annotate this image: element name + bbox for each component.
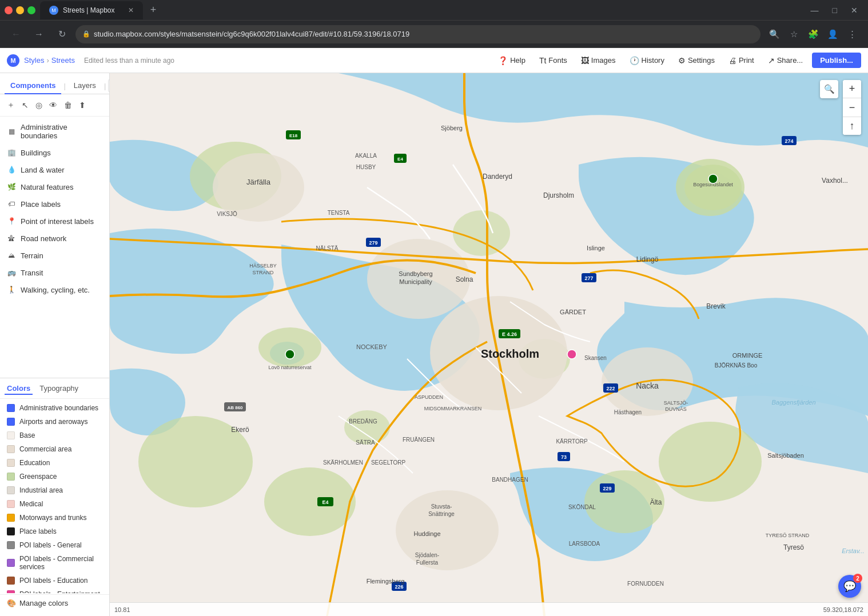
tab-components[interactable]: Components: [5, 78, 61, 94]
svg-text:HÄSSELBY: HÄSSELBY: [249, 263, 277, 269]
close-btn[interactable]: [5, 6, 13, 14]
win-close-btn[interactable]: ✕: [845, 3, 863, 17]
images-button[interactable]: 🖼 Images: [576, 54, 620, 67]
minimize-btn[interactable]: [16, 6, 24, 14]
color-item-commercial-area[interactable]: Commercial area: [0, 442, 109, 456]
color-swatch: [7, 445, 15, 453]
bookmark-btn[interactable]: ☆: [785, 25, 803, 43]
history-button[interactable]: 🕐 History: [625, 54, 669, 67]
color-swatch: [7, 473, 15, 481]
color-item-greenspace[interactable]: Greenspace: [0, 470, 109, 483]
typography-tab[interactable]: Typography: [37, 383, 81, 395]
zoom-in-button[interactable]: +: [843, 80, 861, 98]
color-item-medical[interactable]: Medical: [0, 497, 109, 511]
filter-tool[interactable]: ◎: [33, 98, 45, 112]
search-btn[interactable]: 🔍: [765, 25, 783, 43]
sidebar-item-land---water[interactable]: 💧Land & water: [0, 161, 109, 178]
sidebar-item-terrain[interactable]: ⛰Terrain: [0, 247, 109, 264]
eye-tool[interactable]: 👁: [47, 98, 59, 112]
forward-button[interactable]: →: [30, 25, 48, 43]
images-icon: 🖼: [581, 56, 589, 65]
item-icon: 🏢: [7, 148, 16, 157]
win-minimize-btn[interactable]: —: [805, 3, 825, 17]
map-search-button[interactable]: 🔍: [820, 80, 838, 98]
maximize-btn[interactable]: [27, 6, 35, 14]
sidebar-item-point-of-interest-labels[interactable]: 📍Point of interest labels: [0, 213, 109, 230]
sidebar-toolbar: ＋ ↖ ◎ 👁 🗑 ⬆: [0, 94, 109, 117]
sidebar-item-natural-features[interactable]: 🌿Natural features: [0, 178, 109, 195]
tab-close-icon[interactable]: ✕: [128, 6, 134, 14]
url-text: studio.mapbox.com/styles/matsenstein/clg…: [94, 30, 409, 38]
url-bar[interactable]: 🔒 studio.mapbox.com/styles/matsenstein/c…: [75, 25, 761, 43]
breadcrumb-streets[interactable]: Streets: [51, 56, 75, 65]
profile-btn[interactable]: 👤: [823, 25, 842, 43]
delete-tool[interactable]: 🗑: [62, 98, 74, 112]
svg-text:VIKSJÖ: VIKSJÖ: [217, 211, 237, 217]
svg-text:Sjöberg: Sjöberg: [441, 125, 463, 131]
breadcrumb-styles[interactable]: Styles: [24, 56, 44, 65]
svg-text:Danderyd: Danderyd: [483, 173, 512, 181]
status-bar: 10.81 59.320,18.072: [110, 602, 868, 616]
color-item-industrial-area[interactable]: Industrial area: [0, 483, 109, 497]
tab-favicon: M: [49, 6, 58, 15]
svg-text:E4: E4: [322, 499, 328, 505]
publish-button[interactable]: Publish...: [812, 53, 861, 68]
svg-text:E 4.26: E 4.26: [502, 331, 517, 337]
tab-layers[interactable]: Layers: [68, 78, 102, 94]
sidebar-item-place-labels[interactable]: 🏷Place labels: [0, 195, 109, 213]
sidebar-item-transit[interactable]: 🚌Transit: [0, 264, 109, 281]
color-item-place-labels[interactable]: Place labels: [0, 525, 109, 538]
menu-btn[interactable]: ⋮: [843, 25, 861, 43]
color-item-poi-labels---general[interactable]: POI labels - General: [0, 538, 109, 552]
upload-tool[interactable]: ⬆: [77, 98, 88, 112]
color-swatch: [7, 577, 15, 585]
win-maximize-btn[interactable]: □: [827, 3, 843, 17]
color-item-poi-labels---entertainment[interactable]: POI labels - Entertainment: [0, 587, 109, 593]
color-item-motorways-and-trunks[interactable]: Motorways and trunks: [0, 511, 109, 525]
svg-text:SALTSJÖ-: SALTSJÖ-: [664, 400, 688, 406]
back-button[interactable]: ←: [7, 25, 25, 43]
sidebar-item-buildings[interactable]: 🏢Buildings: [0, 144, 109, 161]
map-area[interactable]: E4 E 4.26 277 279 222 73 229 AB 860 226: [110, 73, 868, 616]
svg-text:Älta: Älta: [650, 498, 662, 506]
sidebar-item-walking--cycling--etc-[interactable]: 🚶Walking, cycling, etc.: [0, 281, 109, 298]
add-component-button[interactable]: ＋: [5, 98, 17, 113]
new-tab-button[interactable]: +: [145, 2, 161, 18]
color-item-poi-labels---education[interactable]: POI labels - Education: [0, 574, 109, 587]
fonts-button[interactable]: Tt Fonts: [535, 54, 572, 67]
svg-text:STRAND: STRAND: [252, 270, 274, 275]
fonts-icon: Tt: [539, 56, 546, 65]
color-swatch: [7, 527, 15, 535]
item-icon: 🚌: [7, 268, 16, 277]
cursor-tool[interactable]: ↖: [19, 98, 31, 112]
color-swatch: [7, 404, 15, 412]
item-icon: ▦: [7, 127, 16, 136]
color-item-poi-labels---commercial-services[interactable]: POI labels - Commercial services: [0, 552, 109, 574]
colors-tab[interactable]: Colors: [5, 383, 33, 395]
zoom-out-button[interactable]: −: [843, 98, 861, 117]
svg-text:Lidingö: Lidingö: [636, 255, 659, 263]
address-bar: ← → ↻ 🔒 studio.mapbox.com/styles/matsens…: [0, 21, 868, 48]
sidebar-item-administrative-boundaries[interactable]: ▦Administrative boundaries: [0, 119, 109, 144]
extension-btn[interactable]: 🧩: [804, 25, 822, 43]
manage-colors-button[interactable]: 🎨 Manage colors: [0, 594, 109, 611]
active-tab[interactable]: M Streets | Mapbox ✕: [40, 1, 143, 19]
color-swatch: [7, 541, 15, 549]
chat-button[interactable]: 💬 2: [838, 575, 861, 598]
color-item-administrative-boundaries[interactable]: Administrative boundaries: [0, 401, 109, 415]
main-layout: Components | Layers | ⬛ 3D ＋ ↖ ◎ 👁 🗑 ⬆ ▦…: [0, 73, 868, 616]
share-button[interactable]: ↗ Share...: [763, 54, 808, 67]
map-canvas[interactable]: E4 E 4.26 277 279 222 73 229 AB 860 226: [110, 73, 868, 616]
help-button[interactable]: ❓ Help: [493, 54, 530, 67]
color-item-airports-and-aeroways[interactable]: Airports and aeroways: [0, 415, 109, 429]
color-item-base[interactable]: Base: [0, 429, 109, 442]
app-logo: M: [7, 54, 19, 67]
svg-text:ORMINGE: ORMINGE: [732, 352, 763, 359]
sidebar-item-road-network[interactable]: 🛣Road network: [0, 230, 109, 247]
print-icon: 🖨: [728, 56, 736, 65]
settings-button[interactable]: ⚙ Settings: [674, 54, 719, 67]
print-button[interactable]: 🖨 Print: [724, 54, 759, 67]
compass-button[interactable]: ↑: [843, 117, 861, 135]
refresh-button[interactable]: ↻: [53, 25, 71, 43]
color-item-education[interactable]: Education: [0, 456, 109, 470]
